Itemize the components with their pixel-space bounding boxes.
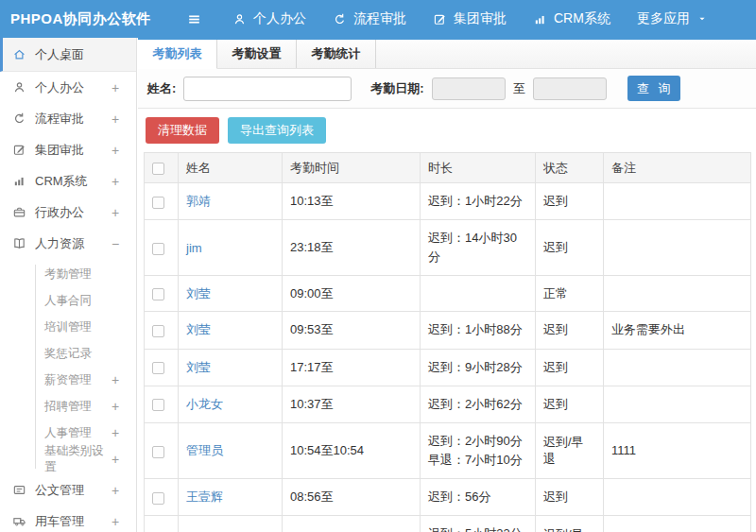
- remark-cell: [604, 183, 751, 220]
- row-checkbox[interactable]: [152, 399, 164, 411]
- chart-icon: [12, 174, 26, 188]
- top-bar: PHPOA协同办公软件 个人办公 流程审批 集团审批 CRM系统 更多应用: [0, 0, 756, 38]
- status-cell: 迟到/早退: [536, 516, 604, 532]
- edit-icon: [433, 12, 447, 26]
- sidebar-item-crm-system[interactable]: CRM系统 +: [0, 165, 136, 197]
- expand-toggle-icon[interactable]: +: [112, 452, 136, 467]
- row-checkbox[interactable]: [152, 446, 164, 458]
- status-cell: 迟到: [536, 183, 604, 220]
- attendance-time-cell: 10:37至: [283, 386, 421, 422]
- date-to-input[interactable]: [533, 77, 607, 100]
- employee-name-link[interactable]: jim: [186, 241, 202, 255]
- sidebar-submenu: 考勤管理 人事合同 培训管理 奖惩记录 薪资管理 + 招聘管理 + 人事管理 +…: [0, 259, 136, 474]
- employee-name-link[interactable]: 王壹辉: [186, 489, 223, 504]
- duration-cell: [421, 276, 536, 312]
- date-from-input[interactable]: [432, 77, 506, 100]
- attendance-time-cell: 09:00至: [283, 276, 421, 312]
- duration-cell: 迟到：2小时62分: [421, 386, 536, 422]
- table-row: 黄蓉 13:20至13:20 迟到：5小时33分早退：4小时67分 迟到/早退: [145, 516, 751, 532]
- expand-toggle-icon[interactable]: −: [112, 236, 136, 251]
- expand-toggle-icon[interactable]: +: [112, 399, 136, 414]
- remark-cell: [604, 479, 751, 516]
- sidebar: 个人桌面 个人办公 + 流程审批 + 集团审批 + CRM系统 + 行政办公 +…: [0, 38, 137, 532]
- search-button[interactable]: 查 询: [627, 76, 680, 101]
- sidebar-subitem-reward-punishment-records[interactable]: 奖惩记录: [0, 340, 136, 367]
- topnav-item-group-approval[interactable]: 集团审批: [420, 0, 520, 38]
- sidebar-subitem-basic-category-settings[interactable]: 基础类别设置 +: [0, 446, 136, 472]
- book-icon: [12, 236, 26, 250]
- sidebar-item-personal-office[interactable]: 个人办公 +: [0, 72, 136, 103]
- employee-name-link[interactable]: 刘莹: [186, 322, 211, 336]
- tab-attendance-list[interactable]: 考勤列表: [138, 40, 217, 69]
- row-checkbox[interactable]: [152, 492, 164, 505]
- topnav-item-crm-system[interactable]: CRM系统: [520, 0, 624, 38]
- select-all-checkbox[interactable]: [152, 163, 164, 175]
- hamburger-icon: [186, 11, 202, 27]
- employee-name-link[interactable]: 小龙女: [186, 397, 223, 411]
- expand-toggle-icon[interactable]: +: [112, 205, 136, 220]
- main-content: 考勤列表考勤设置考勤统计 姓名: 考勤日期: 至 查 询 清理数据 导出查询列表…: [138, 38, 756, 532]
- sidebar-subitem-training-management[interactable]: 培训管理: [0, 314, 136, 340]
- row-checkbox[interactable]: [152, 325, 164, 337]
- sidebar-item-group-approval[interactable]: 集团审批 +: [0, 134, 136, 165]
- expand-toggle-icon[interactable]: +: [112, 80, 136, 95]
- sidebar-subitem-personnel-contract[interactable]: 人事合同: [0, 287, 136, 314]
- filter-bar: 姓名: 考勤日期: 至 查 询: [138, 69, 756, 109]
- expand-toggle-icon[interactable]: +: [112, 483, 136, 498]
- edit-icon: [12, 143, 26, 157]
- topnav-item-workflow-approval[interactable]: 流程审批: [319, 0, 420, 38]
- duration-cell: 迟到：14小时30分: [421, 220, 536, 276]
- attendance-time-cell: 10:54至10:54: [283, 422, 421, 478]
- expand-toggle-icon[interactable]: +: [112, 425, 136, 440]
- tab-attendance-statistics[interactable]: 考勤统计: [297, 40, 376, 68]
- expand-toggle-icon[interactable]: +: [112, 514, 136, 529]
- edit-icon: [12, 143, 26, 157]
- sidebar-subitem-attendance-management[interactable]: 考勤管理: [0, 261, 136, 287]
- column-header: 状态: [536, 153, 604, 183]
- sidebar-item-document-management[interactable]: 公文管理 +: [0, 474, 136, 506]
- name-filter-input[interactable]: [183, 77, 352, 101]
- row-checkbox[interactable]: [152, 288, 164, 300]
- row-checkbox[interactable]: [152, 243, 164, 255]
- expand-toggle-icon[interactable]: +: [112, 174, 136, 189]
- expand-toggle-icon[interactable]: +: [112, 372, 136, 387]
- sidebar-item-admin-office[interactable]: 行政办公 +: [0, 197, 136, 228]
- sidebar-item-workflow-approval[interactable]: 流程审批 +: [0, 103, 136, 134]
- row-checkbox[interactable]: [152, 362, 164, 374]
- remark-cell: [604, 386, 751, 422]
- sidebar-subitem-recruitment-management[interactable]: 招聘管理 +: [0, 393, 136, 420]
- sidebar-item-vehicle-management[interactable]: 用车管理 +: [0, 506, 136, 532]
- table-row: 王壹辉 08:56至 迟到：56分 迟到: [145, 479, 751, 516]
- chart-icon: [533, 12, 547, 26]
- sidebar-subitem-salary-management[interactable]: 薪资管理 +: [0, 367, 136, 393]
- clear-data-button[interactable]: 清理数据: [146, 117, 219, 144]
- employee-name-link[interactable]: 郭靖: [186, 194, 211, 208]
- attendance-time-cell: 13:20至13:20: [283, 516, 421, 532]
- chart-icon: [533, 12, 547, 26]
- table-row: 郭靖 10:13至 迟到：1小时22分 迟到: [145, 183, 751, 220]
- column-header: 备注: [604, 153, 751, 183]
- user-icon: [232, 12, 247, 26]
- attendance-time-cell: 09:53至: [283, 312, 421, 349]
- status-cell: 迟到: [536, 349, 604, 386]
- sidebar-subitem-personnel-management[interactable]: 人事管理 +: [0, 420, 136, 446]
- column-header: 时长: [421, 153, 536, 183]
- expand-toggle-icon[interactable]: +: [112, 112, 136, 127]
- attendance-time-cell: 17:17至: [283, 349, 421, 386]
- sidebar-item-human-resources[interactable]: 人力资源 −: [0, 228, 136, 259]
- topnav-item-personal-office[interactable]: 个人办公: [219, 0, 319, 38]
- workflow-icon: [333, 12, 347, 26]
- briefcase-icon: [12, 205, 26, 219]
- expand-toggle-icon[interactable]: +: [112, 143, 136, 158]
- employee-name-link[interactable]: 管理员: [186, 443, 223, 457]
- tab-attendance-settings[interactable]: 考勤设置: [217, 40, 297, 68]
- edit-icon: [433, 12, 447, 26]
- table-row: 刘莹 09:53至 迟到：1小时88分 迟到 业务需要外出: [145, 312, 751, 349]
- topnav-item-more-apps[interactable]: 更多应用: [624, 0, 721, 38]
- hamburger-menu-icon[interactable]: [186, 11, 202, 27]
- row-checkbox[interactable]: [152, 197, 164, 209]
- export-list-button[interactable]: 导出查询列表: [228, 117, 326, 144]
- employee-name-link[interactable]: 刘莹: [186, 360, 211, 374]
- sidebar-item-personal-desktop[interactable]: 个人桌面: [0, 38, 136, 72]
- employee-name-link[interactable]: 刘莹: [186, 286, 211, 300]
